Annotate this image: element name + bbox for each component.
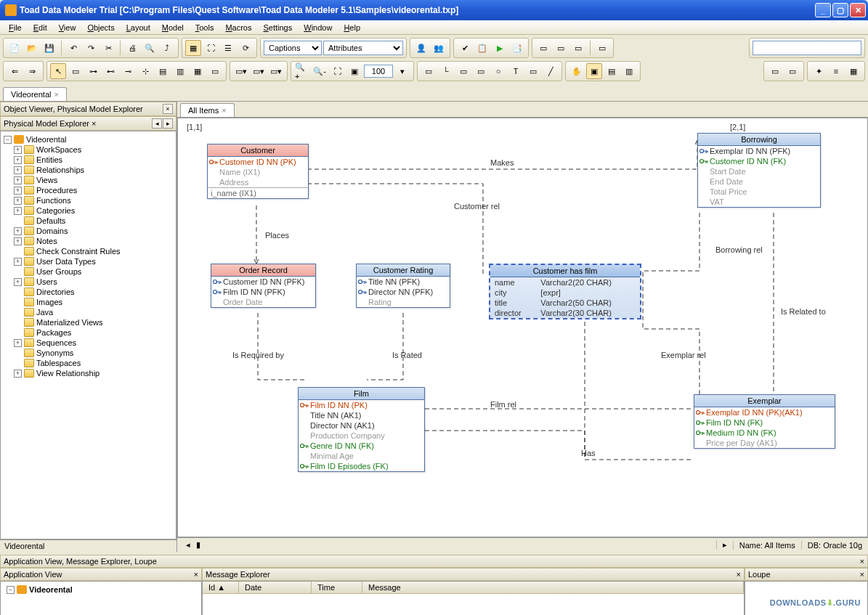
model-tree[interactable]: −Videorental+WorkSpaces+Entities+Relatio… [0,131,177,539]
menu-tools[interactable]: Tools [190,22,220,33]
cat-icon[interactable]: ▦ [190,63,206,79]
ortho-icon[interactable]: └ [438,63,454,79]
zoom-dd-icon[interactable]: ▾ [394,63,410,79]
nav-left-icon[interactable]: ◂ [152,118,162,129]
zoomin-icon[interactable]: 🔍+ [294,63,310,79]
report-icon[interactable]: 📑 [509,40,525,56]
minimize-button[interactable]: _ [815,3,831,17]
menu-edit[interactable]: Edit [28,22,53,33]
rel2-icon[interactable]: ⊷ [102,63,118,79]
menu-view[interactable]: View [53,22,82,33]
msg-col-date[interactable]: Date [239,582,312,593]
doc-tab-videorental[interactable]: Videorental × [3,87,67,101]
tree-item-materialized-views[interactable]: Materialized Views [1,317,176,327]
play-icon[interactable]: ▶ [492,40,508,56]
close-tab-icon[interactable]: × [54,90,58,99]
tree-item-notes[interactable]: +Notes [1,236,176,246]
tree-item-synonyms[interactable]: Synonyms [1,348,176,358]
ex1-icon[interactable]: ▭ [767,63,783,79]
msg-col-time[interactable]: Time [312,582,362,593]
ex4-icon[interactable]: ≡ [828,63,844,79]
tree-item-workspaces[interactable]: +WorkSpaces [1,144,176,155]
entity-borrowing[interactable]: BorrowingExemplar ID NN (PFK)Customer ID… [697,133,821,208]
model-icon[interactable]: ⛶ [203,40,219,56]
search-input[interactable] [753,41,861,55]
appview-close-icon[interactable]: × [194,570,198,579]
canvas-tab-allitems[interactable]: All Items × [180,103,235,117]
circle-icon[interactable]: ○ [490,63,506,79]
msg-close-icon[interactable]: × [737,570,741,579]
layout3-icon[interactable]: ▭▾ [268,63,284,79]
tree-item-functions[interactable]: +Functions [1,195,176,205]
zoomout-icon[interactable]: 🔍- [312,63,328,79]
ex5-icon[interactable]: ▦ [845,63,861,79]
menu-layout[interactable]: Layout [121,22,156,33]
tree-item-categories[interactable]: +Categories [1,205,176,216]
rel3-icon[interactable]: ⊸ [120,63,136,79]
tree-item-entities[interactable]: +Entities [1,155,176,165]
tree-item-domains[interactable]: +Domains [1,226,176,236]
view-customer-has-film[interactable]: Customer has filmnameVarchar2(20 CHAR)ci… [489,264,641,319]
cut-icon[interactable]: ✂ [100,40,116,56]
align3-icon[interactable]: ▭ [570,40,586,56]
tree-item-user-groups[interactable]: User Groups [1,266,176,277]
menu-macros[interactable]: Macros [219,22,257,33]
tree-item-defaults[interactable]: Defaults [1,216,176,226]
ungrp-icon[interactable]: ▭ [473,63,489,79]
rel4-icon[interactable]: ⊹ [137,63,153,79]
tree-item-check-constraint-rules[interactable]: Check Constraint Rules [1,246,176,256]
save-icon[interactable]: 💾 [41,40,57,56]
open-icon[interactable]: 📂 [24,40,40,56]
scroll-right-icon[interactable]: ▸ [723,540,727,549]
menu-model[interactable]: Model [156,22,190,33]
close-panel-icon[interactable]: × [163,104,173,114]
align4-icon[interactable]: ▭ [594,40,610,56]
arrow-icon[interactable]: ↖ [50,63,66,79]
tree-item-users[interactable]: +Users [1,277,176,287]
back-icon[interactable]: ⇐ [7,63,23,79]
zoom100-icon[interactable]: ▣ [346,63,362,79]
diagram-canvas[interactable]: [1,1] [2,1] [177,118,868,537]
maximize-button[interactable]: ▢ [832,3,848,17]
pan-icon[interactable]: ✋ [569,63,585,79]
menu-help[interactable]: Help [338,22,366,33]
layers-icon[interactable]: ☰ [220,40,236,56]
zoomfit-icon[interactable]: ⛶ [329,63,345,79]
zoom-input[interactable] [364,65,393,78]
script-icon[interactable]: 📋 [474,40,490,56]
attributes-combo[interactable]: Attributes [323,41,403,55]
users-icon[interactable]: 👥 [431,40,447,56]
layout2-icon[interactable]: ▭▾ [251,63,267,79]
box-icon[interactable]: ▭ [207,63,223,79]
tree-item-sequences[interactable]: +Sequences [1,338,176,348]
undo-icon[interactable]: ↶ [65,40,81,56]
snap-icon[interactable]: ▭ [421,63,437,79]
preview-icon[interactable]: 🔍 [142,40,158,56]
align2-icon[interactable]: ▭ [553,40,569,56]
entity-order-record[interactable]: Order RecordCustomer ID NN (PFK)Film ID … [211,264,316,308]
tree-item-user-data-types[interactable]: +User Data Types [1,256,176,266]
msg-col-id[interactable]: Id ▲ [203,582,239,593]
close-explorer-icon[interactable]: × [92,119,96,128]
close-canvas-tab-icon[interactable]: × [222,106,226,115]
note-icon[interactable]: ▤ [155,63,171,79]
print-icon[interactable]: 🖨 [124,40,140,56]
redo-icon[interactable]: ↷ [83,40,99,56]
ex3-icon[interactable]: ✦ [811,63,827,79]
rel1-icon[interactable]: ⊶ [85,63,101,79]
user-icon[interactable]: 👤 [413,40,429,56]
tree-item-tablespaces[interactable]: Tablespaces [1,358,176,368]
entity-customer[interactable]: CustomerCustomer ID NN (PK)Name (IX1)Add… [207,144,309,199]
refresh-icon[interactable]: ⟳ [238,40,253,56]
grid-icon[interactable]: ▦ [185,40,201,56]
align1-icon[interactable]: ▭ [535,40,551,56]
nav2-icon[interactable]: ▥ [621,63,637,79]
menu-settings[interactable]: Settings [257,22,298,33]
line-icon[interactable]: ╱ [543,63,559,79]
ex2-icon[interactable]: ▭ [784,63,800,79]
loupe-close-icon[interactable]: × [860,570,864,579]
nav1-icon[interactable]: ▤ [604,63,620,79]
fwd-icon[interactable]: ⇒ [24,63,40,79]
captions-combo[interactable]: Captions [264,41,322,55]
tree-item-directories[interactable]: Directories [1,287,176,297]
